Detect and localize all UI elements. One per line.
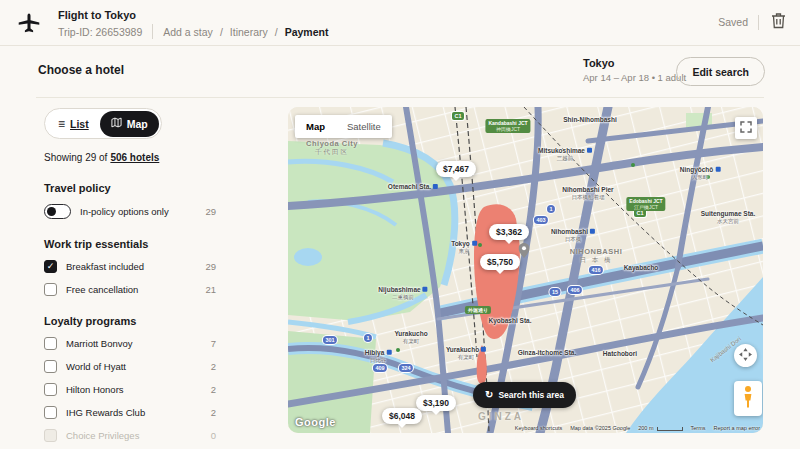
dates-occupancy: Apr 14 – Apr 18 • 1 adult — [583, 72, 686, 83]
price-pin-3-190[interactable]: $3,190 — [416, 395, 456, 411]
map-label-shin-nihombashi: Shin-Nihombashi — [563, 116, 616, 124]
search-this-area-button[interactable]: ↻ Search this area — [473, 382, 576, 408]
filter-count: 2 — [211, 384, 216, 395]
map-label-text: Nihombashi — [551, 228, 588, 235]
metro-icon — [423, 287, 428, 292]
pegman-control[interactable] — [734, 381, 762, 416]
checkbox-marriott-bonvoy[interactable] — [44, 337, 57, 350]
tree-icon — [478, 243, 482, 247]
checkbox-choice-privileges[interactable] — [44, 429, 57, 442]
saved-status: Saved — [718, 16, 748, 28]
report-error-link[interactable]: Report a map error — [714, 425, 760, 431]
pan-control-button[interactable] — [734, 344, 757, 367]
results-summary-prefix: Showing 29 of — [44, 152, 107, 163]
metro-icon — [587, 148, 592, 153]
map-label-sub: 東京 — [451, 248, 477, 255]
trash-button[interactable] — [769, 12, 787, 32]
road-shield-15: 15 — [549, 288, 560, 296]
refresh-icon: ↻ — [485, 390, 493, 400]
list-view-button[interactable]: ≡ List — [47, 111, 100, 137]
view-toggle: ≡ List Map — [44, 108, 162, 139]
filter-label: IHG Rewards Club — [66, 407, 202, 418]
hotel-count-link[interactable]: 506 hotels — [110, 152, 159, 163]
map-label-text: Nijubashimae — [378, 286, 420, 293]
map-label-mitsukoshimae: Mitsukoshimae三越前 — [538, 147, 592, 161]
map-label-sub: 神田橋JCT — [488, 126, 527, 132]
breadcrumb-separator: / — [220, 26, 223, 38]
breadcrumb-separator: / — [275, 26, 278, 38]
checkbox-hilton-honors[interactable] — [44, 383, 57, 396]
map-type-map-button[interactable]: Map — [295, 115, 336, 138]
filter-row-ihg-rewards-club: IHG Rewards Club2 — [44, 406, 216, 419]
metro-icon — [386, 350, 391, 355]
policy-toggle-count: 29 — [205, 206, 216, 217]
map-type-satellite-button[interactable]: Satellite — [336, 115, 392, 138]
filter-count: 29 — [205, 261, 216, 272]
checkbox-breakfast-included[interactable]: ✓ — [44, 260, 57, 273]
tree-icon — [396, 348, 400, 352]
map-label-edobashi-jct: Edobashi JCT江戸橋JCT — [626, 197, 665, 211]
map-label-yurakucho: Yurakucho有楽町 — [394, 330, 427, 344]
keyboard-shortcuts-link[interactable]: Keyboard shortcuts — [515, 425, 562, 431]
fullscreen-icon — [740, 121, 752, 136]
map-label-sub: 有楽町 — [394, 338, 427, 345]
road-shield-409: 409 — [373, 364, 387, 372]
filter-row-free-cancellation: Free cancellation21 — [44, 283, 216, 296]
filter-label: Free cancellation — [66, 284, 196, 295]
map-label-text: 外堀通り — [468, 307, 488, 313]
hotel-marker-pin[interactable] — [519, 243, 530, 262]
filter-label: Hilton Honors — [66, 384, 202, 395]
map-label-: 外堀通り — [465, 306, 491, 314]
search-summary: Tokyo Apr 14 – Apr 18 • 1 adult — [583, 57, 686, 83]
policy-toggle-label: In-policy options only — [80, 206, 196, 217]
loyalty-heading: Loyalty programs — [44, 315, 216, 327]
road-shield-324: 324 — [399, 364, 413, 372]
filter-label: Breakfast included — [66, 261, 196, 272]
filter-count: 7 — [211, 338, 216, 349]
map-label-yurakucho: Yurakucho有楽町 — [446, 346, 486, 360]
map-view-button[interactable]: Map — [100, 111, 159, 137]
map-scale: 200 m — [638, 425, 682, 431]
breadcrumb-item-itinerary[interactable]: Itinerary — [230, 26, 268, 38]
checkbox-ihg-rewards-club[interactable] — [44, 406, 57, 419]
checkbox-world-of-hyatt[interactable] — [44, 360, 57, 373]
price-pin-6-048[interactable]: $6,048 — [382, 408, 422, 424]
fullscreen-button[interactable] — [735, 117, 757, 139]
in-policy-toggle[interactable] — [44, 204, 71, 219]
breadcrumb-item-payment[interactable]: Payment — [285, 26, 329, 38]
road-shield-1: 1 — [364, 334, 372, 342]
price-pin-5-750[interactable]: $5,750 — [480, 254, 520, 270]
map-label-text: Chiyoda City — [306, 139, 358, 148]
filter-count: 21 — [205, 284, 216, 295]
breadcrumb: Add a stay/Itinerary/Payment — [163, 26, 328, 38]
trip-id: Trip-ID: 26653989 — [58, 26, 142, 38]
price-pin-3-362[interactable]: $3,362 — [489, 224, 529, 240]
map-label-sub: 日 本 橋 — [570, 256, 623, 264]
map-label-hibiya: Hibiya日比谷 — [365, 349, 392, 363]
map-label-text: Shin-Nihombashi — [563, 116, 616, 123]
breadcrumb-item-add-a-stay[interactable]: Add a stay — [163, 26, 213, 38]
list-icon: ≡ — [58, 118, 65, 130]
map-label-sub: 日比谷 — [365, 357, 392, 364]
search-this-area-label: Search this area — [498, 390, 564, 400]
airplane-icon — [16, 11, 42, 37]
map-label-text: Otemachi Sta. — [388, 183, 431, 190]
divider — [758, 15, 759, 30]
google-logo[interactable]: Google — [295, 416, 336, 428]
price-pin-7-467[interactable]: $7,467 — [436, 161, 476, 177]
road-shield-416: 416 — [589, 266, 603, 274]
road-shield-c1: C1 — [452, 112, 464, 120]
map-label-text: Tokyo — [451, 240, 470, 247]
map-label-text: Kyobashi Sta. — [489, 317, 532, 324]
checkbox-free-cancellation[interactable] — [44, 283, 57, 296]
map-label-sub: 有楽町 — [446, 354, 486, 361]
top-header: Flight to Tokyo Trip-ID: 26653989 Add a … — [0, 0, 800, 46]
filter-row-hilton-honors: Hilton Honors2 — [44, 383, 216, 396]
edit-search-button[interactable]: Edit search — [676, 57, 765, 86]
filter-row-choice-privileges: Choice Privileges0 — [44, 429, 216, 442]
filters-sidebar: ≡ List Map Showing 29 of506 hotels Trave… — [44, 108, 216, 449]
metro-icon — [715, 167, 720, 172]
terms-link[interactable]: Terms — [691, 425, 706, 431]
map-label-kayabacho: Kayabacho — [624, 264, 659, 272]
filter-row-marriott-bonvoy: Marriott Bonvoy7 — [44, 337, 216, 350]
